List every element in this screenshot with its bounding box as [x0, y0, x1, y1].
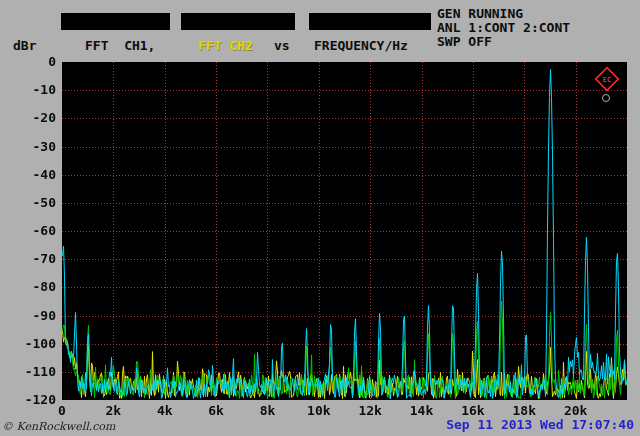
trace-label-vs: vs: [274, 38, 290, 53]
y-tick-label: -50: [0, 195, 56, 210]
ec-diamond-icon: EC: [594, 66, 620, 92]
x-tick-label: 10k: [307, 403, 330, 418]
datetime-stamp: Sep 11 2013 Wed 17:07:40: [446, 417, 634, 432]
readout-box-2: [181, 13, 295, 30]
spectrum-canvas: [62, 62, 627, 400]
x-tick-label: 18k: [513, 403, 536, 418]
x-axis-title: FREQUENCY/Hz: [314, 38, 408, 53]
x-tick-label: 8k: [260, 403, 276, 418]
x-tick-label: 4k: [157, 403, 173, 418]
watermark: © KenRockwell.com: [2, 420, 115, 433]
x-tick-label: 0: [58, 403, 66, 418]
y-tick-label: -10: [0, 82, 56, 97]
y-tick-label: -30: [0, 139, 56, 154]
x-tick-label: 12k: [358, 403, 381, 418]
status-swp: SWP OFF: [437, 35, 570, 49]
y-tick-label: -20: [0, 110, 56, 125]
trace-label-ch2: FFT CH2: [198, 38, 253, 53]
y-tick-label: -80: [0, 279, 56, 294]
status-gen: GEN RUNNING: [437, 7, 570, 21]
y-tick-label: -60: [0, 223, 56, 238]
y-tick-label: -90: [0, 308, 56, 323]
status-column: GEN RUNNING ANL 1:CONT 2:CONT SWP OFF: [437, 7, 570, 49]
y-tick-label: -70: [0, 251, 56, 266]
x-tick-label: 2k: [106, 403, 122, 418]
y-unit-label: dBr: [13, 38, 36, 53]
y-tick-label: 0: [0, 54, 56, 69]
y-tick-label: -100: [0, 336, 56, 351]
readout-box-3: [309, 13, 431, 30]
status-anl: ANL 1:CONT 2:CONT: [437, 21, 570, 35]
ec-badge-text: EC: [603, 76, 611, 84]
y-tick-label: -110: [0, 364, 56, 379]
spectrum-plot: EC: [62, 62, 627, 400]
trace-label-ch1: FFT CH1,: [85, 38, 155, 53]
x-tick-label: 16k: [461, 403, 484, 418]
y-tick-label: -40: [0, 167, 56, 182]
x-tick-label: 6k: [208, 403, 224, 418]
readout-box-1: [61, 13, 170, 30]
x-tick-label: 14k: [410, 403, 433, 418]
x-tick-label: 20k: [564, 403, 587, 418]
audio-analyzer-screen: dBr FFT CH1, FFT CH2 vs FREQUENCY/Hz GEN…: [0, 0, 640, 436]
y-tick-label: -120: [0, 392, 56, 407]
degree-marker-icon: [602, 94, 610, 102]
